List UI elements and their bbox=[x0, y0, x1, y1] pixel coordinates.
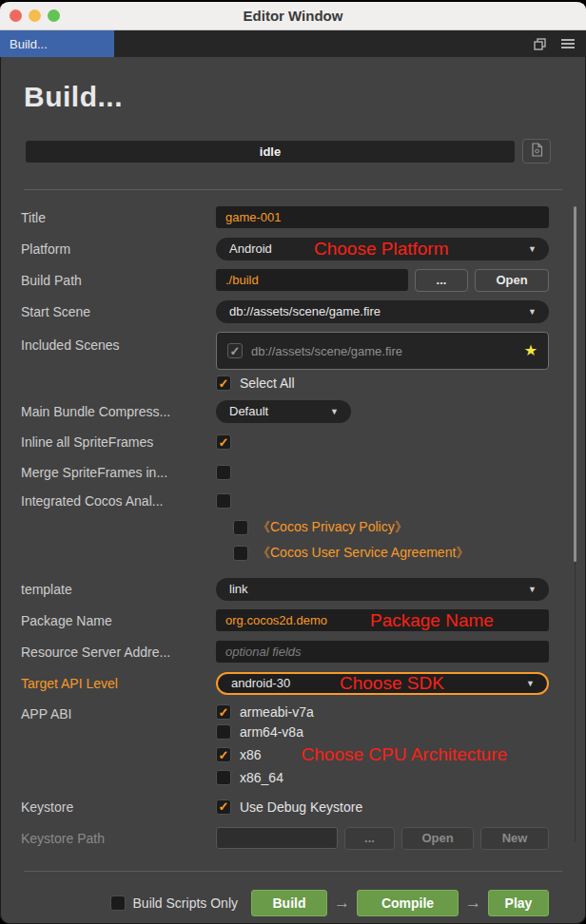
keystore-path-input[interactable] bbox=[216, 827, 338, 849]
menu-icon[interactable] bbox=[561, 38, 575, 49]
platform-dropdown[interactable]: Android Choose Platform ▼ bbox=[216, 238, 549, 260]
chevron-down-icon: ▼ bbox=[330, 407, 339, 416]
titlebar: Editor Window bbox=[0, 2, 586, 30]
tab-bar: Build... bbox=[0, 30, 586, 57]
chevron-down-icon: ▼ bbox=[528, 307, 537, 317]
browse-keystore-button[interactable]: ... bbox=[344, 827, 395, 850]
main-bundle-label: Main Bundle Compress... bbox=[21, 404, 216, 419]
start-scene-value: db://assets/scene/game.fire bbox=[229, 304, 381, 318]
template-dropdown[interactable]: link ▼ bbox=[216, 578, 549, 601]
scene-item-checkbox bbox=[227, 343, 243, 358]
abi-annotation: Choose CPU Architecture bbox=[302, 744, 508, 765]
use-debug-keystore-checkbox[interactable] bbox=[216, 799, 231, 815]
user-agreement-checkbox[interactable] bbox=[233, 546, 248, 561]
inline-spriteframes-row: Inline all SpriteFrames bbox=[21, 427, 549, 457]
keystore-path-row: Keystore Path ... Open New bbox=[21, 822, 549, 854]
resource-server-label: Resource Server Addre... bbox=[21, 645, 216, 660]
target-api-annotation: Choose SDK bbox=[340, 673, 444, 694]
chevron-down-icon: ▼ bbox=[528, 585, 537, 594]
flow-arrow-icon: → bbox=[465, 894, 481, 913]
build-path-label: Build Path bbox=[21, 273, 216, 288]
app-abi-label: APP ABI bbox=[21, 699, 216, 722]
integrated-cocos-row: Integrated Cocos Anal... bbox=[21, 488, 549, 514]
compile-button[interactable]: Compile bbox=[357, 890, 459, 916]
scene-item-path: db://assets/scene/game.fire bbox=[251, 344, 516, 358]
abi-option: x86 Choose CPU Architecture bbox=[216, 744, 507, 765]
play-button[interactable]: Play bbox=[488, 890, 549, 916]
build-button[interactable]: Build bbox=[251, 890, 327, 916]
open-build-path-button[interactable]: Open bbox=[475, 269, 549, 292]
build-progress-bar: idle bbox=[26, 141, 515, 163]
title-label: Title bbox=[21, 210, 216, 225]
privacy-policy-link[interactable]: 《Cocos Privacy Policy》 bbox=[257, 519, 408, 536]
abi-x86-64-label: x86_64 bbox=[240, 770, 283, 785]
progress-status: idle bbox=[260, 144, 281, 159]
abi-arm64-v8a-label: arm64-v8a bbox=[240, 724, 303, 740]
abi-x86-64-checkbox[interactable] bbox=[216, 770, 231, 785]
abi-arm64-v8a-checkbox[interactable] bbox=[216, 724, 231, 740]
build-options-form: Title Platform Android Choose Platform ▼… bbox=[0, 202, 586, 854]
resource-server-input[interactable] bbox=[216, 641, 549, 663]
included-scenes-panel: db://assets/scene/game.fire ★ bbox=[216, 332, 549, 370]
target-api-row: Target API Level android-30 Choose SDK ▼ bbox=[21, 667, 549, 699]
abi-x86-label: x86 bbox=[240, 747, 262, 762]
merge-spriteframes-checkbox[interactable] bbox=[216, 465, 231, 480]
minimize-button[interactable] bbox=[29, 10, 41, 22]
new-keystore-button[interactable]: New bbox=[480, 827, 549, 850]
target-api-label: Target API Level bbox=[21, 676, 216, 691]
star-icon: ★ bbox=[524, 343, 537, 358]
privacy-policy-checkbox[interactable] bbox=[233, 520, 248, 535]
platform-value: Android bbox=[229, 241, 272, 256]
tab-build[interactable]: Build... bbox=[0, 30, 114, 57]
use-debug-keystore-label: Use Debug Keystore bbox=[240, 799, 362, 815]
abi-armeabi-v7a-checkbox[interactable] bbox=[216, 704, 231, 720]
close-button[interactable] bbox=[10, 10, 22, 22]
traffic-lights bbox=[10, 2, 60, 29]
keystore-row: Keystore Use Debug Keystore bbox=[21, 791, 549, 822]
browse-build-path-button[interactable]: ... bbox=[415, 269, 468, 292]
integrated-cocos-label: Integrated Cocos Anal... bbox=[21, 493, 216, 509]
chevron-down-icon: ▼ bbox=[526, 679, 535, 688]
app-abi-row: APP ABI armeabi-v7a arm64-v8a x86 Choose… bbox=[21, 699, 549, 791]
integrated-cocos-checkbox[interactable] bbox=[216, 493, 231, 509]
platform-annotation: Choose Platform bbox=[314, 239, 449, 260]
build-path-row: Build Path ... Open bbox=[21, 264, 549, 296]
abi-armeabi-v7a-label: armeabi-v7a bbox=[240, 704, 314, 720]
open-keystore-button[interactable]: Open bbox=[401, 827, 474, 850]
scrollbar-thumb[interactable] bbox=[574, 206, 576, 562]
abi-x86-checkbox[interactable] bbox=[216, 747, 231, 762]
merge-spriteframes-row: Merge SpriteFrames in... bbox=[21, 457, 549, 488]
open-log-button[interactable] bbox=[522, 139, 551, 164]
main-bundle-value: Default bbox=[229, 404, 268, 418]
abi-option: x86_64 bbox=[216, 770, 507, 785]
main-bundle-dropdown[interactable]: Default ▼ bbox=[216, 400, 351, 423]
keystore-label: Keystore bbox=[21, 799, 216, 815]
user-agreement-link[interactable]: 《Cocos User Service Agreement》 bbox=[257, 545, 469, 562]
build-scripts-only-label: Build Scripts Only bbox=[133, 895, 238, 911]
privacy-policy-row: 《Cocos Privacy Policy》 bbox=[21, 514, 549, 540]
target-api-dropdown[interactable]: android-30 Choose SDK ▼ bbox=[216, 672, 549, 695]
editor-window: Editor Window Build... Build... idle Ti bbox=[0, 0, 586, 924]
user-agreement-row: 《Cocos User Service Agreement》 bbox=[21, 540, 549, 566]
build-path-input[interactable] bbox=[216, 269, 408, 291]
page-title: Build... bbox=[24, 81, 586, 113]
included-scenes-label: Included Scenes bbox=[21, 332, 216, 353]
title-input[interactable] bbox=[216, 206, 549, 228]
inline-spriteframes-checkbox[interactable] bbox=[216, 434, 231, 450]
keystore-path-label: Keystore Path bbox=[21, 831, 216, 846]
build-scripts-only-checkbox[interactable] bbox=[110, 895, 126, 911]
package-name-row: Package Name Package Name bbox=[21, 605, 549, 636]
zoom-button[interactable] bbox=[48, 10, 60, 22]
platform-row: Platform Android Choose Platform ▼ bbox=[21, 233, 549, 264]
start-scene-dropdown[interactable]: db://assets/scene/game.fire ▼ bbox=[216, 300, 549, 323]
main-bundle-row: Main Bundle Compress... Default ▼ bbox=[21, 395, 549, 427]
flow-arrow-icon: → bbox=[334, 894, 350, 913]
window-title: Editor Window bbox=[244, 8, 343, 24]
inline-spriteframes-label: Inline all SpriteFrames bbox=[21, 434, 216, 450]
merge-spriteframes-label: Merge SpriteFrames in... bbox=[21, 465, 216, 480]
template-row: template link ▼ bbox=[21, 573, 549, 605]
duplicate-panel-icon[interactable] bbox=[533, 37, 547, 51]
package-name-label: Package Name bbox=[21, 613, 216, 628]
select-all-checkbox[interactable] bbox=[216, 375, 231, 391]
platform-label: Platform bbox=[21, 241, 216, 257]
